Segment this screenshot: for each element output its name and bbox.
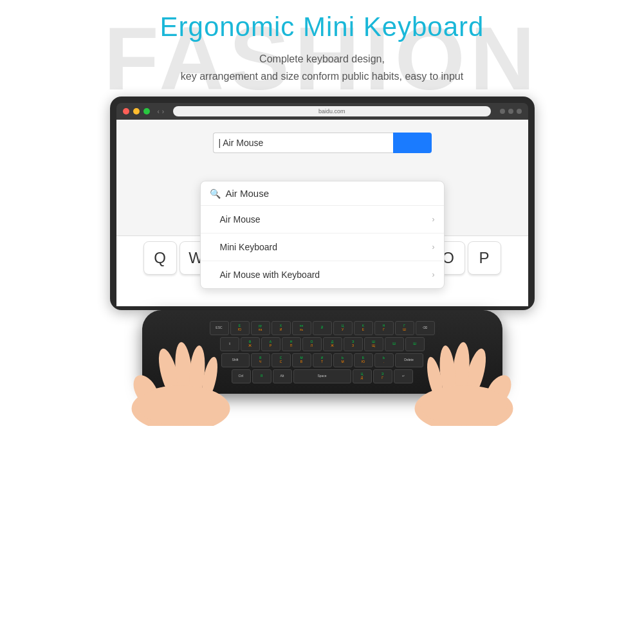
- phys-key-5[interactable]: Й: [313, 321, 332, 335]
- right-hand-svg: [400, 310, 528, 426]
- hands-keyboard-wrapper: ESC ЕЮ рупа ХИ ннхь Й ЦУ КЕ НГ ГШ ⌫: [97, 297, 547, 426]
- nav-arrows: ‹ ›: [158, 108, 165, 115]
- dropdown-item-1[interactable]: Air Mouse ›: [201, 206, 444, 234]
- phys-key-16[interactable]: ДЖ: [323, 337, 342, 351]
- key-q[interactable]: Q: [143, 241, 177, 275]
- right-hand: [400, 310, 528, 426]
- svg-point-13: [420, 385, 507, 426]
- search-icon: 🔍: [210, 189, 221, 199]
- phys-key-25[interactable]: ЬМ: [333, 353, 353, 367]
- left-hand: [116, 310, 245, 426]
- phys-key-3[interactable]: ХИ: [271, 321, 291, 335]
- phys-key-27[interactable]: Ь.: [374, 353, 394, 367]
- monitor-search-input[interactable]: | Air Mouse: [213, 133, 393, 153]
- svg-point-6: [137, 385, 224, 426]
- phys-key-4[interactable]: ннхь: [292, 321, 311, 335]
- toolbar-icon-2: [508, 109, 513, 114]
- key-p[interactable]: P: [468, 241, 501, 275]
- phys-key-28[interactable]: ЦД: [353, 369, 372, 383]
- toolbar-icon-1: [500, 109, 505, 114]
- phys-key-alt[interactable]: Alt: [273, 369, 292, 383]
- search-dropdown: 🔍 Air Mouse Air Mouse › Mini Keyboard › …: [200, 181, 445, 289]
- chevron-icon-3: ›: [432, 270, 435, 279]
- phys-key-7[interactable]: КЕ: [354, 321, 373, 335]
- phys-key-17[interactable]: ЭЗ: [344, 337, 363, 351]
- page-title: Ergonomic Mini Keyboard: [160, 12, 484, 42]
- page-subtitle: Complete keyboard design, key arrangemen…: [181, 50, 463, 85]
- dropdown-item-2-label: Mini Keyboard: [220, 242, 278, 252]
- phys-key-29[interactable]: ЭГ: [373, 369, 392, 383]
- left-hand-svg: [116, 310, 245, 426]
- dropdown-search-row: 🔍 Air Mouse: [201, 181, 444, 206]
- phys-key-13[interactable]: АР: [261, 337, 281, 351]
- monitor: ‹ › baidu.com | Air Mouse: [97, 97, 547, 323]
- monitor-search-button[interactable]: [393, 133, 432, 153]
- monitor-screen: | Air Mouse 🔍 Air Mouse Air Mouse › Mini…: [116, 120, 528, 306]
- phys-key-24[interactable]: ИТ: [313, 353, 332, 367]
- address-bar[interactable]: baidu.com: [173, 106, 490, 116]
- phys-key-18[interactable]: ШЩ: [364, 337, 383, 351]
- phys-key-22[interactable]: СС: [271, 353, 291, 367]
- dropdown-item-3-label: Air Mouse with Keyboard: [220, 270, 320, 280]
- phys-key-14[interactable]: НП: [282, 337, 301, 351]
- phys-key-15[interactable]: ОЛ: [302, 337, 322, 351]
- dropdown-item-1-label: Air Mouse: [220, 214, 261, 225]
- dropdown-item-3[interactable]: Air Mouse with Keyboard ›: [201, 261, 444, 288]
- chevron-icon-2: ›: [432, 243, 435, 252]
- dropdown-search-text: Air Mouse: [226, 188, 270, 199]
- phys-key-6[interactable]: ЦУ: [333, 321, 353, 335]
- forward-arrow: ›: [162, 108, 164, 115]
- minimize-dot: [133, 108, 140, 115]
- phys-key-21[interactable]: ЯЧ: [251, 353, 270, 367]
- phys-key-space[interactable]: Space: [293, 369, 351, 383]
- monitor-top-bar: ‹ › baidu.com: [116, 103, 528, 120]
- phys-key-26[interactable]: БЮ: [354, 353, 373, 367]
- toolbar-icons: [500, 109, 522, 114]
- maximize-dot: [143, 108, 150, 115]
- monitor-outer: ‹ › baidu.com | Air Mouse: [110, 97, 535, 310]
- phys-key-2[interactable]: рупа: [251, 321, 270, 335]
- monitor-search-bar[interactable]: | Air Mouse: [213, 133, 432, 153]
- dropdown-item-2[interactable]: Mini Keyboard ›: [201, 234, 444, 261]
- close-dot: [123, 108, 129, 115]
- phys-key-8[interactable]: НГ: [374, 321, 394, 335]
- phys-key-23[interactable]: МВ: [292, 353, 311, 367]
- toolbar-icon-3: [517, 109, 522, 114]
- phys-key-ya[interactable]: Я: [252, 369, 271, 383]
- chevron-icon-1: ›: [432, 215, 435, 224]
- back-arrow: ‹: [158, 108, 160, 115]
- keyboard-section: ESC ЕЮ рупа ХИ ннхь Й ЦУ КЕ НГ ГШ ⌫: [0, 297, 644, 426]
